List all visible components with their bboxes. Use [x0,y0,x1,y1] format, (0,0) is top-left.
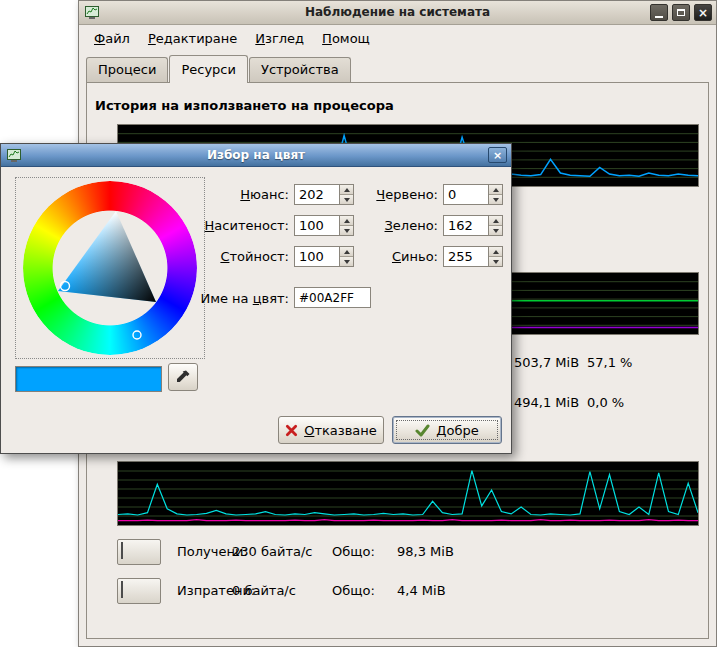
ok-check-icon [415,424,430,437]
blue-spinbox[interactable]: 255 [443,246,503,267]
cancel-x-icon [285,424,298,437]
color-wheel-area [15,177,205,359]
color-preview [15,366,162,392]
tabbar: Процеси Ресурси Устройства [86,55,709,83]
green-label: Зелено: [356,216,438,236]
swap-used-percent: 0,0 % [587,394,624,412]
menubar: Файл Редактиране Изглед Помощ [79,25,716,52]
blue-value[interactable]: 255 [444,247,488,266]
ok-button[interactable]: Добре [392,416,502,444]
sent-total: 4,4 MiB [397,578,446,604]
tab-resources[interactable]: Ресурси [169,55,248,83]
sent-total-label: Общо: [332,578,375,604]
memory-used-value: 503,7 MiB [514,354,579,372]
received-total: 98,3 MiB [397,539,454,565]
value-spin-down-button[interactable] [340,256,353,266]
cpu-section-title: История на използването на процесора [95,98,394,113]
hue-spin-down-button[interactable] [340,194,353,204]
blue-label: Синьо: [356,247,438,267]
saturation-label: Наситеност: [191,216,289,236]
maximize-button[interactable] [672,4,690,21]
maximize-icon [677,9,685,16]
network-sent-row: Изпратени: 0 байта/с Общо: 4,4 MiB [87,578,708,606]
value-value[interactable]: 100 [295,247,339,266]
red-value[interactable]: 0 [444,185,488,204]
dialog-title: Избор на цвят [25,144,487,166]
network-received-row: Получени: 230 байта/с Общо: 98,3 MiB [87,539,708,567]
green-value[interactable]: 162 [444,216,488,235]
color-picker-dialog: Избор на цвят × [0,143,512,454]
menu-view[interactable]: Изглед [246,27,313,50]
hue-spinbox[interactable]: 202 [294,184,354,205]
hue-label: Нюанс: [191,185,289,205]
value-spin-up-button[interactable] [340,247,353,256]
tab-devices[interactable]: Устройства [249,57,351,82]
red-label: Червено: [356,185,438,205]
minimize-button[interactable] [650,4,668,21]
dialog-titlebar[interactable]: Избор на цвят × [1,144,511,167]
color-name-label: Име на цвят: [191,289,289,309]
menu-file[interactable]: Файл [85,27,139,50]
tab-processes[interactable]: Процеси [86,57,168,82]
received-color-swatch [121,542,123,559]
main-titlebar[interactable]: Наблюдение на системата × [79,1,716,25]
ring-selection-marker [133,331,141,339]
blue-spin-down-button[interactable] [489,256,502,266]
red-spin-up-button[interactable] [489,185,502,194]
red-spinbox[interactable]: 0 [443,184,503,205]
value-label: Стойност: [191,247,289,267]
sent-rate: 0 байта/с [232,578,296,604]
system-monitor-icon [84,4,100,20]
menu-help[interactable]: Помощ [313,27,379,50]
cancel-button[interactable]: Отказване [278,416,384,444]
received-rate: 230 байта/с [232,539,312,565]
dialog-icon [6,147,22,163]
blue-spin-up-button[interactable] [489,247,502,256]
hue-value[interactable]: 202 [295,185,339,204]
color-name-input[interactable]: #00A2FF [294,287,371,308]
menu-edit[interactable]: Редактиране [139,27,246,50]
green-spinbox[interactable]: 162 [443,215,503,236]
hue-spin-up-button[interactable] [340,185,353,194]
eyedropper-icon [174,368,192,386]
saturation-spin-up-button[interactable] [340,216,353,225]
memory-used-percent: 57,1 % [587,354,632,372]
network-history-chart [117,461,699,526]
red-spin-down-button[interactable] [489,194,502,204]
saturation-value[interactable]: 100 [295,216,339,235]
main-window-title: Наблюдение на системата [103,1,692,24]
minimize-icon [655,16,663,18]
dialog-close-button[interactable]: × [488,147,507,163]
sent-color-button[interactable] [117,578,161,604]
received-total-label: Общо: [332,539,375,565]
close-button[interactable]: × [694,4,712,21]
value-spinbox[interactable]: 100 [294,246,354,267]
eyedropper-button[interactable] [168,363,198,391]
desktop: Наблюдение на системата × Файл Редактира… [0,0,717,647]
received-color-button[interactable] [117,539,161,565]
green-spin-down-button[interactable] [489,225,502,235]
sent-color-swatch [121,581,123,598]
hsv-triangle[interactable] [23,181,197,355]
green-spin-up-button[interactable] [489,216,502,225]
saturation-spin-down-button[interactable] [340,225,353,235]
swap-used-value: 494,1 MiB [514,394,579,412]
saturation-spinbox[interactable]: 100 [294,215,354,236]
